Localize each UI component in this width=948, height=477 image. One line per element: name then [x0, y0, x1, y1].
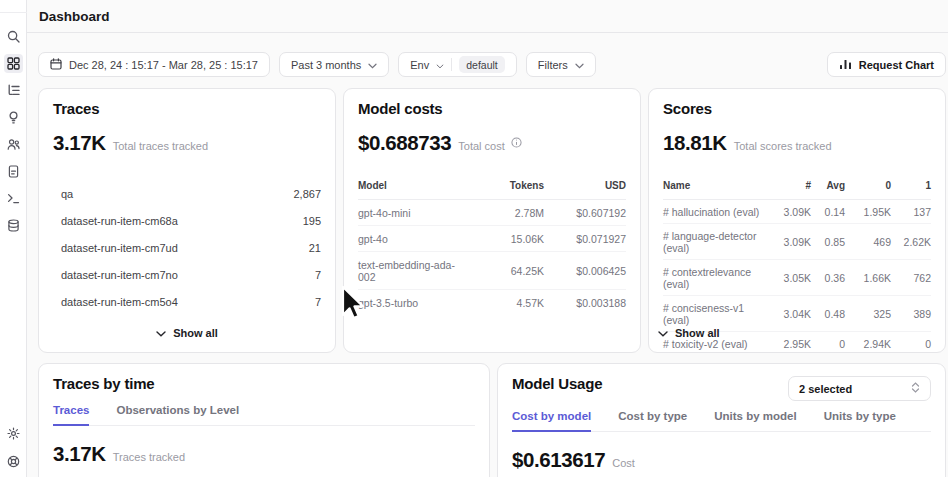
- sidebar-divider: [0, 12, 27, 13]
- datasets-icon[interactable]: [4, 216, 23, 235]
- card-title: Model Usage: [512, 375, 602, 392]
- col-count: #: [769, 180, 811, 191]
- chevron-down-icon: [368, 59, 377, 71]
- date-range-value: Dec 28, 24 : 15:17 - Mar 28, 25 : 15:17: [69, 59, 258, 71]
- filters-label: Filters: [538, 59, 568, 71]
- scores-total: 18.81K: [663, 131, 727, 155]
- main-content: Dec 28, 24 : 15:17 - Mar 28, 25 : 15:17 …: [27, 33, 948, 477]
- topbar: Dashboard: [27, 0, 948, 33]
- trace-bar-row[interactable]: dataset-run-item-cm68a 195: [53, 210, 321, 231]
- bar-label: dataset-run-item-cm7ud: [61, 242, 178, 254]
- bar-label: dataset-run-item-cm5o4: [61, 296, 178, 308]
- bar-label: dataset-run-item-cm68a: [61, 215, 178, 227]
- env-dropdown[interactable]: Env default: [398, 52, 517, 77]
- model-usage-tabs: Cost by model Cost by type Units by mode…: [512, 410, 931, 432]
- divider: [451, 58, 452, 71]
- bar-label: dataset-run-item-cm7no: [61, 269, 178, 281]
- tab-observations-by-level[interactable]: Observations by Level: [116, 404, 239, 425]
- table-row[interactable]: gpt-4o-mini 2.78M $0.607192: [358, 200, 626, 226]
- trace-bar-list: qa 2,867 dataset-run-item-cm68a 195 data…: [53, 183, 321, 312]
- model-usage-total: $0.613617: [512, 448, 605, 472]
- chevron-up-down-icon: [911, 382, 920, 395]
- card-title: Model costs: [358, 100, 626, 117]
- period-value: Past 3 months: [291, 59, 361, 71]
- support-icon[interactable]: [4, 452, 23, 471]
- table-header: Model Tokens USD: [358, 180, 626, 200]
- show-all-button[interactable]: Show all: [649, 327, 945, 339]
- table-row[interactable]: gpt-4o 15.06K $0.071927: [358, 226, 626, 252]
- trace-bar-row[interactable]: qa 2,867: [53, 183, 321, 204]
- filter-bar: Dec 28, 24 : 15:17 - Mar 28, 25 : 15:17 …: [38, 52, 946, 77]
- sidebar: [0, 0, 27, 477]
- users-icon[interactable]: [4, 135, 23, 154]
- playground-icon[interactable]: [4, 189, 23, 208]
- model-usage-card: Model Usage 2 selected Cost by model Cos…: [497, 363, 946, 477]
- model-costs-card: Model costs $0.688733 Total cost Model T…: [343, 88, 641, 353]
- request-chart-label: Request Chart: [859, 59, 934, 71]
- table-row[interactable]: # language-detector (eval) 3.09K 0.85 46…: [663, 224, 931, 260]
- show-all-label: Show all: [675, 327, 720, 339]
- tab-units-by-type[interactable]: Units by type: [824, 410, 896, 431]
- bar-value: 195: [303, 215, 321, 227]
- bar-value: 7: [315, 296, 321, 308]
- card-title: Traces by time: [53, 375, 475, 392]
- bar-label: qa: [61, 188, 73, 200]
- tab-cost-by-type[interactable]: Cost by type: [618, 410, 687, 431]
- traces-by-time-subtitle: Traces tracked: [113, 451, 185, 463]
- search-icon[interactable]: [4, 27, 23, 46]
- card-title: Traces: [53, 100, 321, 117]
- chevron-down-icon: [575, 59, 584, 71]
- scores-subtitle: Total scores tracked: [734, 140, 832, 152]
- tab-units-by-model[interactable]: Units by model: [714, 410, 796, 431]
- table-row[interactable]: # hallucination (eval) 3.09K 0.14 1.95K …: [663, 200, 931, 224]
- request-chart-button[interactable]: Request Chart: [827, 52, 946, 77]
- scores-card: Scores 18.81K Total scores tracked Name …: [648, 88, 946, 353]
- tab-traces[interactable]: Traces: [53, 404, 89, 426]
- dashboard-icon[interactable]: [4, 54, 23, 73]
- show-all-label: Show all: [173, 327, 218, 339]
- filters-dropdown[interactable]: Filters: [526, 52, 596, 77]
- cards-row-top: Traces 3.17K Total traces tracked qa 2,8…: [38, 88, 946, 353]
- traces-by-time-card: Traces by time Traces Observations by Le…: [38, 363, 490, 477]
- date-range-picker[interactable]: Dec 28, 24 : 15:17 - Mar 28, 25 : 15:17: [38, 52, 270, 77]
- env-value-badge: default: [459, 56, 505, 73]
- traces-total: 3.17K: [53, 131, 106, 155]
- traces-subtitle: Total traces tracked: [113, 140, 208, 152]
- info-icon[interactable]: [511, 134, 522, 152]
- table-row[interactable]: # contextrelevance (eval) 3.05K 0.36 1.6…: [663, 260, 931, 296]
- prompts-icon[interactable]: [4, 162, 23, 181]
- chevron-down-icon: [156, 327, 166, 339]
- table-row[interactable]: gpt-3.5-turbo 4.57K $0.003188: [358, 290, 626, 315]
- bar-chart-icon: [839, 58, 852, 72]
- bar-value: 7: [315, 269, 321, 281]
- model-costs-table: Model Tokens USD gpt-4o-mini 2.78M $0.60…: [358, 180, 626, 315]
- col-avg: Avg: [811, 180, 845, 191]
- chevron-down-icon: [658, 327, 668, 339]
- model-select-dropdown[interactable]: 2 selected: [788, 376, 931, 401]
- page-title: Dashboard: [39, 9, 110, 24]
- card-title: Scores: [663, 100, 931, 117]
- trace-bar-row[interactable]: dataset-run-item-cm5o4 7: [53, 291, 321, 312]
- traces-by-time-tabs: Traces Observations by Level: [53, 404, 475, 426]
- model-select-value: 2 selected: [799, 383, 852, 395]
- settings-icon[interactable]: [4, 424, 23, 443]
- bar-value: 21: [309, 242, 321, 254]
- traces-card: Traces 3.17K Total traces tracked qa 2,8…: [38, 88, 336, 353]
- table-row[interactable]: text-embedding-ada-002 64.25K $0.006425: [358, 252, 626, 290]
- cards-row-bottom: Traces by time Traces Observations by Le…: [38, 363, 946, 477]
- tracing-icon[interactable]: [4, 81, 23, 100]
- col-tokens: Tokens: [472, 180, 544, 191]
- col-name: Name: [663, 180, 769, 191]
- traces-by-time-total: 3.17K: [53, 442, 106, 466]
- tab-cost-by-model[interactable]: Cost by model: [512, 410, 591, 432]
- show-all-button[interactable]: Show all: [39, 327, 335, 339]
- col-usd: USD: [544, 180, 626, 191]
- model-costs-total: $0.688733: [358, 131, 451, 155]
- trace-bar-row[interactable]: dataset-run-item-cm7no 7: [53, 264, 321, 285]
- model-usage-subtitle: Cost: [612, 457, 635, 469]
- trace-bar-row[interactable]: dataset-run-item-cm7ud 21: [53, 237, 321, 258]
- annotation-icon[interactable]: [4, 108, 23, 127]
- period-dropdown[interactable]: Past 3 months: [279, 52, 389, 77]
- col-model: Model: [358, 180, 472, 191]
- col-zero: 0: [845, 180, 891, 191]
